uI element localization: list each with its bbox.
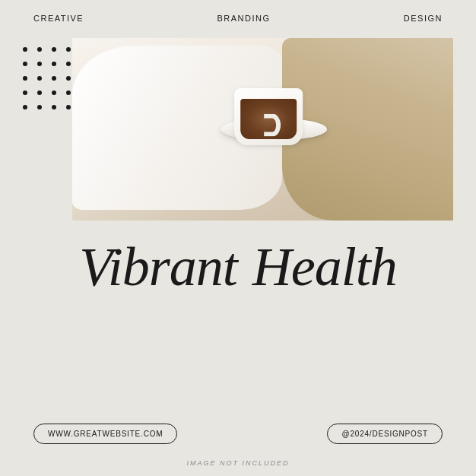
dot xyxy=(23,90,27,95)
tea-scene xyxy=(72,38,453,221)
dot xyxy=(66,47,71,52)
dot xyxy=(23,105,27,109)
dot xyxy=(66,76,71,81)
page-container: CREATIVE BRANDING DESIGN xyxy=(0,0,476,476)
dot xyxy=(37,76,42,81)
nav-design: DESIGN xyxy=(404,14,443,23)
image-notice: IMAGE NOT INCLUDED xyxy=(0,459,476,467)
top-navigation: CREATIVE BRANDING DESIGN xyxy=(0,0,476,23)
dot xyxy=(52,62,56,66)
dot xyxy=(23,76,27,81)
dot xyxy=(66,105,71,109)
dot xyxy=(52,76,56,81)
hero-image xyxy=(72,38,453,221)
dot xyxy=(23,62,27,66)
website-link[interactable]: WWW.GREATWEBSITE.COM xyxy=(33,424,177,444)
nav-creative: CREATIVE xyxy=(33,14,84,23)
dot xyxy=(37,105,42,109)
social-link[interactable]: @2024/DESIGNPOST xyxy=(327,424,443,444)
dot-grid-decoration xyxy=(23,47,75,114)
title-area: Vibrant Health xyxy=(0,240,476,294)
nav-branding: BRANDING xyxy=(217,14,270,23)
dot xyxy=(37,47,42,52)
dot xyxy=(52,90,56,95)
dot xyxy=(37,90,42,95)
title-health: Health xyxy=(252,240,397,294)
dot xyxy=(66,90,71,95)
dot xyxy=(66,62,71,66)
dot xyxy=(52,47,56,52)
dot xyxy=(37,62,42,66)
cup-handle xyxy=(264,114,281,137)
title-vibrant: Vibrant xyxy=(79,240,237,294)
dot xyxy=(23,47,27,52)
dot xyxy=(52,105,56,109)
bottom-links: WWW.GREATWEBSITE.COM @2024/DESIGNPOST xyxy=(0,424,476,444)
